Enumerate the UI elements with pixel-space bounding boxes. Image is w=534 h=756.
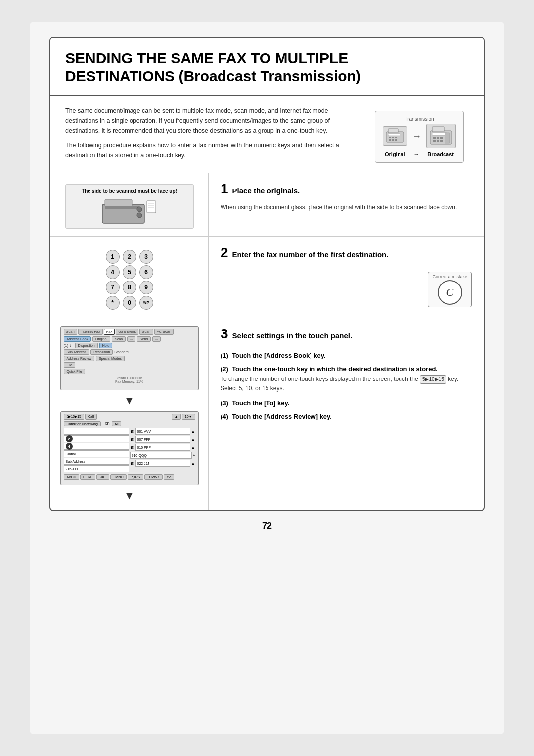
address-book-btn[interactable]: Address Book	[64, 336, 91, 342]
label-original: Original	[385, 151, 405, 157]
keypad-illustration: 1 2 3 4 5 6 7 8 9	[106, 250, 153, 310]
svg-rect-2	[388, 134, 400, 136]
panel-row-3: Sub Address Resolution Standard	[64, 349, 195, 355]
intro-text: The same document/image can be sent to m…	[65, 106, 360, 163]
send-btn[interactable]: Send	[137, 336, 151, 342]
tab-fax[interactable]: Fax	[104, 329, 115, 335]
sub-step-4-title: (4) Touch the [Address Review] key.	[221, 413, 472, 420]
title-line1: SENDING THE SAME FAX TO MULTIPLE	[65, 50, 348, 66]
title-line2: DESTINATIONS (Broadcast Transmission)	[65, 68, 361, 84]
svg-rect-1	[388, 129, 398, 133]
intro-section: The same document/image can be sent to m…	[50, 96, 484, 173]
step3-number-badge: 3	[221, 326, 228, 342]
sub-address-btn[interactable]: Sub Address	[64, 349, 89, 355]
alpha-efgh[interactable]: EFGH	[80, 474, 95, 480]
step3-number: (3)	[105, 421, 110, 426]
alpha-lmno[interactable]: LMNO	[110, 474, 126, 480]
step2-number: 2	[221, 245, 228, 261]
arrow-down-2: ▼	[124, 489, 135, 502]
ps2-entry-4: Global	[64, 450, 129, 457]
sub2-desc: To change the number of one-touch keys d…	[221, 375, 472, 393]
sub4-title: Touch the [Address Review] key.	[232, 413, 332, 420]
ps2-down-btn[interactable]: 10▼	[182, 414, 195, 420]
svg-rect-13	[437, 137, 439, 139]
step1-left: The side to be scanned must be face up!	[50, 173, 209, 236]
file-btn[interactable]: File	[64, 362, 75, 368]
tab-pc-scan[interactable]: PC Scan	[154, 329, 174, 335]
ps2-call-btn[interactable]: Call	[85, 414, 97, 420]
page-wrapper: SENDING THE SAME FAX TO MULTIPLE DESTINA…	[30, 22, 504, 734]
panel-screen-1: Scan Internet Fax Fax USB Mem. Scan PC S…	[60, 326, 199, 390]
broadcast-fax-icon	[426, 124, 456, 148]
steps-container: The side to be scanned must be face up!	[50, 173, 484, 510]
tab-scan[interactable]: Scan	[64, 329, 77, 335]
panel-row-2: (1) ↓ Disposition Hold	[64, 343, 195, 348]
svg-rect-21	[105, 206, 139, 209]
key-9: 9	[139, 281, 153, 294]
ps2-tab-btn[interactable]: All	[112, 421, 122, 426]
address-review-btn[interactable]: Address Review	[64, 356, 95, 361]
key-star: *	[106, 296, 120, 310]
key-0: 0	[123, 296, 136, 310]
svg-rect-6	[389, 139, 391, 141]
sub-step-2: (2) Touch the one-touch key in which the…	[221, 365, 472, 393]
bubble-2: 2	[66, 435, 73, 442]
ps2-up-btn[interactable]: ▲	[172, 414, 181, 420]
sub-step-1-title: (1) Touch the [Address Book] key.	[221, 352, 472, 359]
keypad-row3: 7 8 9	[106, 281, 153, 294]
dash-btn2: --	[152, 336, 161, 342]
disposition-btn[interactable]: Disposition	[75, 343, 98, 348]
panel-row-5: File	[64, 362, 195, 368]
intro-paragraph2: The following procedure explains how to …	[65, 141, 360, 160]
svg-rect-20	[105, 199, 132, 207]
original-btn[interactable]: Original	[92, 336, 110, 342]
clear-button[interactable]: C	[438, 280, 462, 305]
condition-narrowing-btn[interactable]: Condition Narrowing	[64, 421, 101, 426]
ps2-num-1: ☎ 001 VVV ▲	[130, 428, 195, 435]
keypad-row4: * 0 #/P	[106, 296, 153, 310]
svg-rect-8	[395, 139, 397, 141]
quick-file-btn[interactable]: Quick File	[64, 369, 85, 374]
alpha-tuvwx[interactable]: TUVWX	[144, 474, 163, 480]
alpha-yz[interactable]: YZ	[164, 474, 174, 480]
auto-reception-label: ◁Auto Reception	[116, 376, 142, 379]
key-8: 8	[123, 281, 136, 294]
tab-usb[interactable]: USB Mem.	[116, 329, 138, 335]
sub-step-3-title: (3) Touch the [To] key.	[221, 399, 472, 407]
diagram-box: Transmission	[375, 111, 464, 163]
step3-row: Scan Internet Fax Fax USB Mem. Scan PC S…	[50, 318, 484, 510]
alpha-abcd[interactable]: ABCD	[64, 474, 79, 480]
ps2-key-range[interactable]: 5▶10▶15	[64, 414, 84, 420]
tab-internet-fax[interactable]: Internet Fax	[78, 329, 103, 335]
scan-btn[interactable]: Scan	[112, 336, 126, 342]
ps2-expand-1: ▲	[191, 429, 195, 434]
label-broadcast: Broadcast	[427, 151, 454, 157]
svg-rect-4	[392, 137, 394, 138]
key-7: 7	[106, 281, 120, 294]
svg-rect-24	[147, 201, 156, 213]
ps2-phone-icon-2: ☎	[130, 438, 134, 442]
tab-scan2[interactable]: Scan	[139, 329, 153, 335]
step1-description: When using the document glass, place the…	[221, 203, 472, 212]
special-modes-btn[interactable]: Special Modes	[96, 356, 125, 361]
face-up-label: The side to be scanned must be face up!	[82, 189, 177, 194]
page-number: 72	[49, 521, 485, 531]
title-section: SENDING THE SAME FAX TO MULTIPLE DESTINA…	[50, 38, 484, 96]
diagram-label-row: Original → Broadcast	[383, 151, 456, 157]
ps2-expand-5: ▲	[191, 461, 195, 466]
key-5: 5	[123, 265, 136, 279]
arrow-down-1: ▼	[124, 394, 135, 407]
key-range-inline: 5▶10▶15	[420, 375, 446, 384]
svg-rect-7	[392, 139, 394, 141]
main-title: SENDING THE SAME FAX TO MULTIPLE DESTINA…	[65, 49, 469, 85]
ps2-num-2: ☎ 007 FFF ▲	[130, 436, 195, 443]
alpha-ijkl[interactable]: IJKL	[96, 474, 109, 480]
sub2-number: (2)	[221, 365, 228, 373]
alpha-pqrs[interactable]: PQRS	[128, 474, 143, 480]
svg-rect-3	[389, 137, 391, 138]
ps2-num-5: ☎ 022 JJJ ▲	[130, 460, 195, 467]
ps2-entry-5: Sub Address	[64, 458, 129, 465]
resolution-btn[interactable]: Resolution	[90, 349, 113, 355]
ps2-num-3: ☎ 010 PPP ▲	[130, 444, 195, 451]
hold-btn[interactable]: Hold	[99, 343, 112, 348]
